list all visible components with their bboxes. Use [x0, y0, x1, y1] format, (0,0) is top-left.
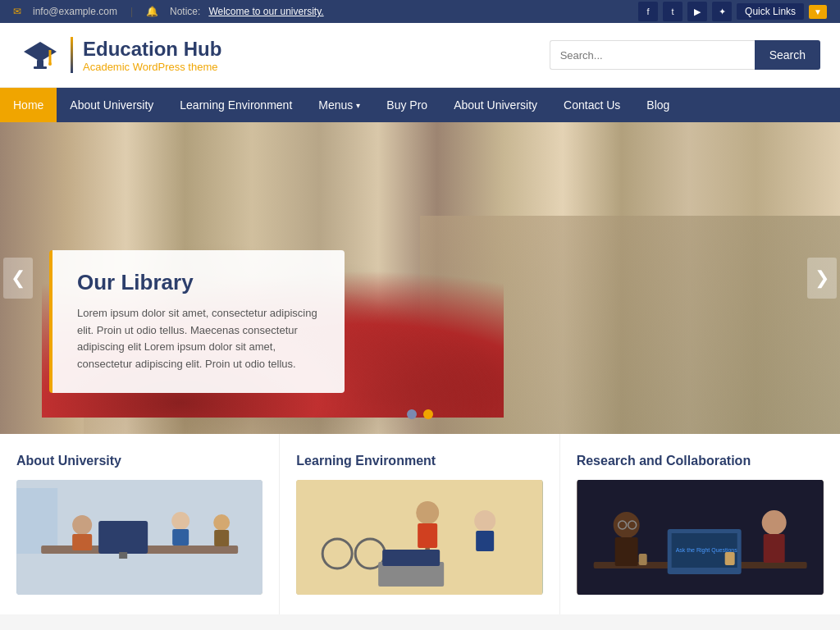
- svg-point-4: [48, 62, 52, 66]
- quick-links-button[interactable]: Quick Links: [737, 3, 804, 20]
- section-research-title: Research and Collaboration: [577, 454, 824, 468]
- top-bar-right: f t ▶ ✦ Quick Links ▼: [638, 2, 827, 21]
- svg-point-26: [474, 510, 495, 532]
- email-address: info@example.com: [33, 6, 117, 17]
- twitter-icon[interactable]: t: [663, 2, 682, 21]
- hero-slider: Our Library Lorem ipsum dolor sit amet, …: [0, 122, 840, 434]
- nav-learning-environment[interactable]: Learning Environment: [167, 88, 305, 122]
- slider-next-button[interactable]: ❯: [807, 258, 837, 299]
- section-research-image: Ask the Right Questions: [577, 480, 824, 595]
- search-input[interactable]: [550, 40, 755, 70]
- svg-rect-8: [98, 521, 148, 554]
- hero-title: Our Library: [77, 270, 320, 295]
- facebook-icon[interactable]: f: [638, 2, 658, 21]
- youtube-icon[interactable]: ▶: [687, 2, 707, 21]
- svg-rect-37: [763, 534, 784, 563]
- svg-rect-2: [34, 66, 47, 69]
- nav-about-university[interactable]: About University: [57, 88, 167, 122]
- notice-icon: 🔔: [146, 6, 158, 17]
- site-subtitle: Academic WordPress theme: [83, 61, 221, 73]
- svg-rect-9: [119, 552, 127, 559]
- section-learning-title: Learning Environment: [296, 454, 542, 468]
- hero-text-box: Our Library Lorem ipsum dolor sit amet, …: [49, 250, 345, 393]
- header: Education Hub Academic WordPress theme S…: [0, 23, 840, 88]
- section-about-university: About University: [0, 434, 280, 614]
- svg-rect-35: [614, 537, 637, 566]
- svg-rect-25: [382, 550, 440, 566]
- svg-rect-27: [476, 531, 494, 551]
- nav-buy-pro[interactable]: Buy Pro: [373, 88, 441, 122]
- section-about-image: [16, 480, 262, 595]
- nav-blog[interactable]: Blog: [633, 88, 682, 122]
- slider-prev-button[interactable]: ❮: [3, 258, 33, 299]
- slider-dot-1[interactable]: [407, 409, 417, 419]
- logo-divider: [71, 37, 73, 73]
- section-learning-image: [296, 480, 542, 595]
- quick-links-label: Quick Links: [745, 6, 796, 17]
- quick-links-arrow-icon[interactable]: ▼: [809, 5, 827, 19]
- notice-label: Notice:: [170, 6, 200, 17]
- svg-rect-40: [724, 552, 734, 565]
- bottom-sections: About University: [0, 434, 840, 614]
- section-about-title: About University: [16, 454, 262, 468]
- hero-body: Lorem ipsum dolor sit amet, consectetur …: [77, 305, 320, 373]
- nav-about-university-2[interactable]: About University: [441, 88, 550, 122]
- section-learning-environment: Learning Environment: [280, 434, 559, 614]
- nav-home[interactable]: Home: [0, 88, 57, 122]
- top-bar-left: ✉ info@example.com | 🔔 Notice: Welcome t…: [13, 6, 324, 17]
- nav-contact-us[interactable]: Contact Us: [550, 88, 633, 122]
- svg-point-36: [761, 510, 786, 535]
- svg-marker-0: [24, 42, 57, 62]
- nav-menus[interactable]: Menus ▾: [305, 88, 373, 122]
- divider: |: [126, 6, 138, 17]
- section-research: Research and Collaboration Ask the Right…: [560, 434, 840, 614]
- slider-dot-2[interactable]: [423, 409, 433, 419]
- learning-image-placeholder: [296, 480, 542, 595]
- svg-rect-15: [214, 530, 229, 546]
- svg-point-12: [171, 512, 189, 530]
- svg-rect-11: [72, 534, 92, 550]
- site-title: Education Hub: [83, 38, 221, 61]
- svg-rect-6: [16, 488, 57, 554]
- about-image-placeholder: [16, 480, 262, 595]
- notice-link[interactable]: Welcome to our university.: [208, 6, 323, 17]
- svg-rect-41: [638, 554, 646, 565]
- svg-point-14: [213, 514, 230, 531]
- svg-rect-13: [172, 529, 189, 546]
- svg-rect-21: [418, 523, 437, 548]
- logo-icon: [20, 34, 61, 75]
- slider-dots: [407, 409, 433, 419]
- share-icon[interactable]: ✦: [712, 2, 732, 21]
- logo-area: Education Hub Academic WordPress theme: [20, 34, 221, 75]
- logo-text: Education Hub Academic WordPress theme: [83, 38, 221, 73]
- search-button[interactable]: Search: [755, 40, 820, 70]
- main-nav: Home About University Learning Environme…: [0, 88, 840, 122]
- search-area: Search: [550, 40, 820, 70]
- menus-chevron-icon: ▾: [356, 101, 360, 110]
- top-bar: ✉ info@example.com | 🔔 Notice: Welcome t…: [0, 0, 840, 23]
- svg-point-20: [416, 501, 439, 524]
- email-icon: ✉: [13, 6, 21, 17]
- svg-point-10: [72, 515, 92, 535]
- research-image-placeholder: Ask the Right Questions: [577, 480, 824, 595]
